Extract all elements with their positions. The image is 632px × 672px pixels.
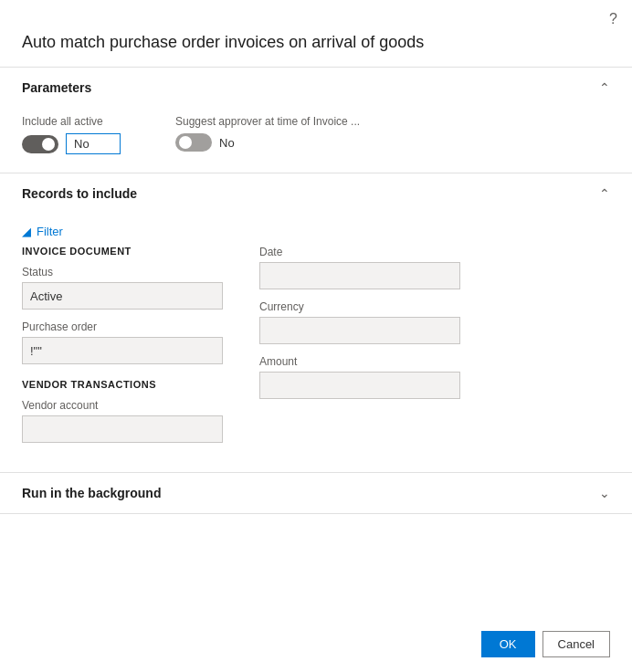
vendor-transactions-heading: VENDOR TRANSACTIONS [22, 379, 223, 390]
parameters-content: Include all active No Suggest approver a… [0, 108, 632, 173]
vendor-account-input[interactable] [22, 415, 223, 443]
records-columns: INVOICE DOCUMENT Status Purchase order V… [22, 246, 610, 454]
include-all-active-value-row: No [22, 133, 121, 154]
suggest-approver-toggle-thumb [179, 136, 192, 149]
include-all-active-toggle-thumb [42, 138, 55, 151]
records-right-column: Date Currency Amount [259, 246, 460, 454]
records-content: ◢ Filter INVOICE DOCUMENT Status Purchas… [0, 214, 632, 472]
records-section: Records to include ⌃ ◢ Filter INVOICE DO… [0, 173, 632, 473]
amount-field-group: Amount [259, 355, 460, 399]
records-left-column: INVOICE DOCUMENT Status Purchase order V… [22, 246, 223, 454]
page-title: Auto match purchase order invoices on ar… [0, 0, 632, 68]
currency-input[interactable] [259, 317, 460, 344]
date-input[interactable] [259, 262, 460, 289]
include-all-active-label: Include all active [22, 115, 121, 128]
status-label: Status [22, 266, 223, 278]
currency-field-group: Currency [259, 300, 460, 344]
suggest-approver-toggle[interactable] [175, 133, 212, 152]
include-all-active-value: No [66, 133, 121, 154]
status-field-group: Status [22, 266, 223, 310]
include-all-active-toggle-track [22, 135, 58, 153]
date-label: Date [259, 246, 460, 258]
suggest-approver-toggle-track [175, 133, 212, 152]
include-all-active-toggle[interactable] [22, 135, 58, 153]
amount-label: Amount [259, 355, 460, 368]
footer: OK Cancel [459, 616, 632, 672]
filter-label: Filter [37, 225, 63, 238]
filter-button[interactable]: ◢ Filter [22, 221, 63, 246]
run-background-section: Run in the background ⌄ [0, 473, 632, 514]
invoice-document-heading: INVOICE DOCUMENT [22, 246, 223, 257]
records-chevron-icon: ⌃ [599, 186, 610, 201]
amount-input[interactable] [259, 372, 460, 399]
run-background-title: Run in the background [22, 486, 161, 500]
status-input[interactable] [22, 282, 223, 310]
suggest-approver-value-row: No [175, 133, 360, 152]
parameters-section-header[interactable]: Parameters ⌃ [0, 68, 632, 108]
parameters-chevron-icon: ⌃ [599, 80, 610, 95]
purchase-order-input[interactable] [22, 337, 223, 364]
date-field-group: Date [259, 246, 460, 289]
parameters-title: Parameters [22, 80, 91, 95]
suggest-approver-group: Suggest approver at time of Invoice ... … [175, 115, 360, 152]
records-title: Records to include [22, 186, 137, 201]
cancel-button[interactable]: Cancel [542, 631, 610, 657]
help-icon[interactable]: ? [609, 11, 617, 27]
currency-label: Currency [259, 300, 460, 313]
include-all-active-group: Include all active No [22, 115, 121, 154]
vendor-account-label: Vendor account [22, 399, 223, 412]
suggest-approver-value: No [219, 136, 235, 150]
vendor-account-field-group: Vendor account [22, 399, 223, 443]
filter-icon: ◢ [22, 225, 31, 238]
ok-button[interactable]: OK [481, 631, 535, 657]
records-section-header[interactable]: Records to include ⌃ [0, 173, 632, 214]
purchase-order-label: Purchase order [22, 320, 223, 333]
vendor-transactions-section: VENDOR TRANSACTIONS Vendor account [22, 379, 223, 443]
suggest-approver-label: Suggest approver at time of Invoice ... [175, 115, 360, 128]
purchase-order-field-group: Purchase order [22, 320, 223, 364]
parameters-row: Include all active No Suggest approver a… [22, 115, 610, 154]
parameters-section: Parameters ⌃ Include all active No Sugge… [0, 68, 632, 173]
run-background-chevron-icon: ⌄ [599, 486, 610, 500]
run-background-header[interactable]: Run in the background ⌄ [0, 473, 632, 513]
